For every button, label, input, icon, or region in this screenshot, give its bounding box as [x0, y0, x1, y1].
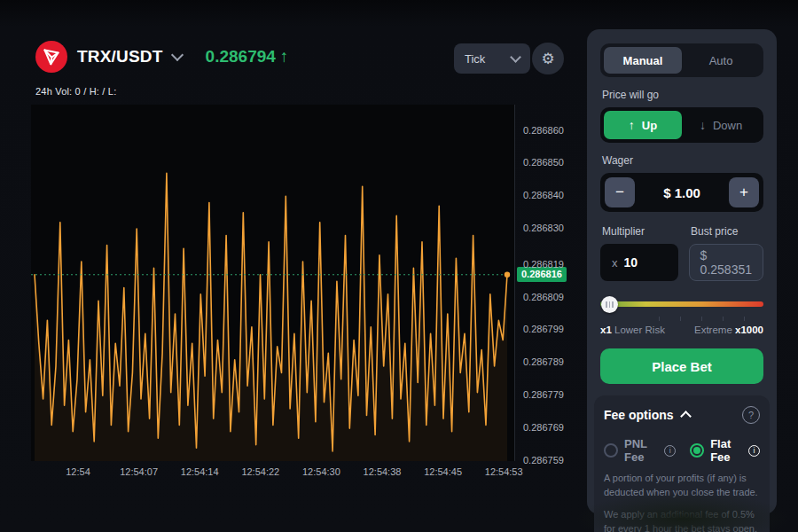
flat-fee-option[interactable]: Flat Fee i [690, 437, 760, 464]
market-stats: 24h Vol: 0 / H: / L: [35, 86, 116, 97]
last-price: 0.286794 ↑ [206, 47, 289, 66]
fee-type-radios: PNL Fee i Flat Fee i [604, 437, 760, 464]
question-mark-icon: ? [748, 410, 754, 420]
price-up-arrow-icon: ↑ [280, 47, 289, 66]
risk-max-mult: x1000 [735, 325, 763, 335]
up-button[interactable]: ↑ Up [604, 111, 682, 139]
risk-slider-ticks [600, 316, 763, 322]
price-chart[interactable]: 17 [31, 105, 514, 461]
price-axis-label: 0.286789 [523, 356, 564, 367]
time-axis-label: 12:54:14 [181, 466, 219, 477]
fee-help-button[interactable]: ? [742, 406, 760, 424]
flat-fee-info-icon[interactable]: i [748, 445, 760, 457]
time-axis-label: 12:54:45 [424, 466, 462, 477]
pair-header: TRX/USDT 0.286794 ↑ [35, 41, 288, 73]
wager-label: Wager [602, 154, 762, 167]
time-axis-label: 12:54:22 [241, 466, 279, 477]
up-arrow-icon: ↑ [629, 118, 635, 132]
risk-slider-handle[interactable] [601, 296, 618, 313]
pnl-fee-label: PNL Fee [624, 437, 658, 464]
pair-title[interactable]: TRX/USDT [77, 47, 163, 66]
risk-slider [600, 296, 763, 313]
pnl-fee-option[interactable]: PNL Fee i [604, 437, 676, 464]
fee-description-1: A portion of your profits (if any) is de… [604, 472, 760, 500]
up-button-label: Up [642, 119, 657, 132]
risk-min-label: Lower Risk [614, 325, 665, 335]
wager-decrease-button[interactable]: − [605, 177, 635, 207]
last-tick-dot [505, 272, 510, 278]
price-axis-label: 0.286850 [523, 157, 564, 168]
risk-min-mult: x1 [600, 325, 612, 335]
pnl-fee-radio[interactable] [604, 443, 618, 458]
chart-settings-button[interactable]: ⚙ [532, 43, 564, 74]
price-axis-label: 0.286819 [523, 259, 564, 270]
price-axis-label: 0.286759 [523, 455, 564, 466]
time-axis: 12:5412:54:0712:54:1412:54:2212:54:3012:… [31, 466, 514, 482]
mode-tabs: Manual Auto [600, 43, 763, 77]
info-glyph: i [669, 446, 671, 455]
info-glyph: i [754, 446, 755, 455]
down-arrow-icon: ↓ [700, 118, 706, 132]
fee-options-title: Fee options [604, 408, 674, 422]
wager-stepper: − $ 1.00 + [600, 173, 763, 212]
wager-value[interactable]: $ 1.00 [663, 185, 700, 200]
trade-page: TRX/USDT 0.286794 ↑ 24h Vol: 0 / H: / L:… [0, 0, 798, 532]
chart-canvas[interactable] [31, 105, 514, 461]
last-price-value: 0.286794 [206, 47, 276, 66]
price-axis-label: 0.286840 [523, 190, 564, 200]
multiplier-input[interactable]: x 10 [600, 244, 678, 281]
wager-increase-button[interactable]: + [729, 177, 759, 207]
trx-logo-icon [35, 41, 67, 73]
handle-grip [606, 301, 607, 308]
handle-grip [612, 301, 614, 308]
minus-icon: − [615, 184, 624, 201]
down-button-label: Down [713, 119, 742, 132]
fee-description-2: We apply an additional fee of 0.5% for e… [604, 508, 760, 532]
bust-price-value: $ 0.258351 [700, 248, 752, 277]
time-axis-label: 12:54 [66, 466, 90, 477]
fee-options-toggle[interactable]: Fee options [604, 408, 690, 422]
interval-value: Tick [465, 52, 485, 66]
price-axis-label: 0.286830 [523, 223, 564, 233]
time-axis-label: 12:54:38 [364, 466, 402, 477]
direction-toggle: ↑ Up ↓ Down [600, 107, 763, 143]
price-axis-label: 0.286799 [523, 324, 564, 334]
flat-fee-label: Flat Fee [710, 437, 742, 464]
inputs-labels: Multiplier Bust price [602, 225, 762, 238]
bet-panel: Manual Auto Price will go ↑ Up ↓ Down Wa… [587, 29, 777, 514]
pnl-fee-info-icon[interactable]: i [664, 445, 676, 457]
handle-grip [609, 301, 611, 308]
multiplier-prefix: x [612, 256, 618, 270]
risk-slider-track[interactable] [600, 301, 763, 307]
time-axis-label: 12:54:07 [120, 466, 158, 477]
flat-fee-radio[interactable] [690, 443, 704, 458]
risk-min: x1 Lower Risk [600, 325, 665, 335]
place-bet-button[interactable]: Place Bet [600, 348, 763, 384]
price-axis-label: 0.286769 [523, 422, 564, 433]
inputs-row: x 10 $ 0.258351 [600, 244, 763, 281]
price-axis: 0.286816 0.2868600.2868500.2868400.28683… [514, 105, 583, 461]
tab-auto[interactable]: Auto [682, 47, 760, 74]
time-axis-label: 12:54:53 [485, 466, 523, 477]
price-axis-label: 0.286860 [523, 125, 564, 136]
multiplier-label: Multiplier [602, 225, 680, 238]
down-button[interactable]: ↓ Down [682, 111, 760, 139]
plus-icon: + [739, 184, 748, 201]
gear-icon: ⚙ [541, 50, 554, 68]
risk-labels: x1 Lower Risk Extreme x1000 [600, 325, 763, 335]
interval-dropdown[interactable]: Tick [454, 43, 530, 74]
time-axis-label: 12:54:30 [302, 466, 340, 477]
risk-max-label: Extreme [694, 325, 732, 335]
fee-options-header: Fee options ? [604, 406, 760, 424]
pair-chevron-down-icon[interactable] [171, 48, 184, 60]
fee-options-card: Fee options ? PNL Fee i Flat Fee i [594, 395, 770, 532]
multiplier-value: 10 [624, 255, 638, 270]
bust-price-label: Bust price [691, 225, 738, 238]
price-axis-label: 0.286779 [523, 389, 564, 400]
chevron-up-icon [680, 411, 692, 422]
bust-price-input[interactable]: $ 0.258351 [689, 244, 763, 281]
risk-max: Extreme x1000 [694, 325, 763, 335]
direction-label: Price will go [602, 89, 762, 101]
tab-manual[interactable]: Manual [604, 47, 682, 74]
tron-glyph [42, 47, 61, 66]
